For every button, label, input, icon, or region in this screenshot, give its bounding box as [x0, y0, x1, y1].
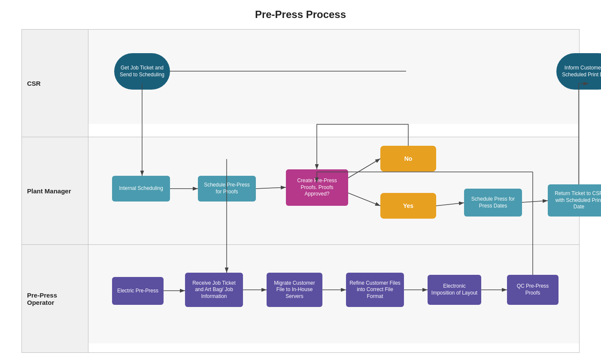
return-ticket-node: Return Ticket to CSR with Scheduled Prin… — [548, 184, 601, 217]
electric-prepress-node: Electric Pre-Press — [112, 277, 164, 305]
svg-line-10 — [348, 193, 380, 206]
csr-lane: CSR Get Job Ticket and Send to Schedulin… — [22, 30, 579, 137]
yes-node: Yes — [380, 193, 436, 219]
svg-line-12 — [522, 201, 548, 202]
schedule-pre-press-node: Schedule Pre-Press for Proofs — [198, 176, 256, 202]
receive-job-ticket-node: Receive Job Ticket and Art Bag/ Job Info… — [185, 273, 243, 307]
electronic-imposition-node: Electronic Imposition of Layout — [428, 275, 481, 305]
plant-manager-lane: Plant Manager Internal Scheduling Schedu… — [22, 137, 579, 245]
prepress-operator-label: Pre-Press Operator — [22, 245, 88, 352]
plant-manager-content: Internal Scheduling Schedule Pre-Press f… — [88, 137, 579, 244]
migrate-customer-node: Migrate Customer File to In-House Server… — [267, 273, 322, 307]
csr-label: CSR — [22, 30, 88, 137]
schedule-press-node: Schedule Press for Press Dates — [464, 189, 522, 217]
no-node: No — [380, 146, 436, 171]
prepress-operator-lane: Pre-Press Operator Electric Pre-Press Re… — [22, 245, 579, 352]
prepress-operator-content: Electric Pre-Press Receive Job Ticket an… — [88, 245, 579, 343]
plant-manager-label: Plant Manager — [22, 137, 88, 244]
get-job-ticket-node: Get Job Ticket and Send to Scheduling — [114, 53, 170, 90]
page-title: Pre-Press Process — [255, 9, 346, 21]
diagram-container: CSR Get Job Ticket and Send to Schedulin… — [21, 29, 580, 353]
svg-line-11 — [436, 203, 464, 206]
internal-scheduling-node: Internal Scheduling — [112, 176, 170, 202]
svg-line-8 — [256, 187, 286, 189]
inform-customer-node: Inform Customer of Scheduled Print Date — [556, 53, 601, 90]
create-pre-press-node: Create Pre-Press Proofs. Proofs Approved… — [286, 169, 348, 206]
svg-line-9 — [348, 159, 380, 178]
refine-customer-node: Refine Customer Files into Correct File … — [346, 273, 404, 307]
csr-content: Get Job Ticket and Send to Scheduling In… — [88, 30, 579, 124]
qc-prepress-node: QC Pre-Press Proofs — [507, 275, 559, 305]
